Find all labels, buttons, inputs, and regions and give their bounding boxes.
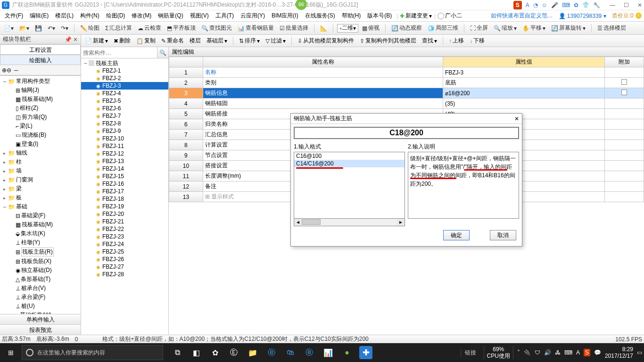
close-button[interactable]: ✕ — [637, 2, 642, 8]
sync-a-icon[interactable]: A — [526, 2, 529, 8]
tree-row[interactable]: ⊥ 承台梁(F) — [0, 293, 81, 302]
menu-rebar[interactable]: 钢筋量(Q) — [155, 12, 186, 20]
tree-row[interactable]: ▸📁 门窗洞 — [0, 175, 81, 184]
tree-row[interactable]: ⌐ 梁(L) — [0, 122, 81, 131]
component-item[interactable]: ◉FBZJ-20 — [81, 210, 168, 218]
pin-icon[interactable]: 📌 — [65, 36, 72, 43]
cloud-check-button[interactable]: ☁ 云检查 — [136, 24, 163, 32]
component-item[interactable]: ◉FBZJ-14 — [81, 165, 168, 173]
toolbar-icon-a[interactable]: 📐 — [318, 25, 329, 32]
tb2-copy-to-button[interactable]: ⇧ 复制构件到其他楼层 — [358, 37, 418, 45]
open-file-icon[interactable]: 📂▾ — [17, 25, 31, 32]
menu-version[interactable]: 版本号(B) — [364, 12, 395, 20]
menu-bim[interactable]: BIM应用(I) — [269, 12, 301, 20]
search-button[interactable]: 🔍 — [157, 47, 168, 58]
tree-row[interactable]: ▦ 筏板基础(M) — [0, 220, 81, 229]
menu-floor[interactable]: 楼层(L) — [52, 12, 76, 20]
tb2-up-button[interactable]: ↑ 上移 — [447, 37, 466, 45]
app-icon-5[interactable]: 📊 — [322, 346, 335, 359]
tree-row[interactable]: ▸📁 梁 — [0, 184, 81, 193]
tree-row[interactable]: ⊞ 筏板负筋(X) — [0, 257, 81, 266]
component-item[interactable]: ◉FBZJ-3 — [81, 82, 168, 90]
format-listbox[interactable]: C16@100C14/C16@200 — [294, 152, 405, 219]
component-item[interactable]: ◉FBZJ-16 — [81, 180, 168, 188]
save-icon[interactable]: 💾 — [33, 25, 44, 32]
tree-row[interactable]: ▣ 壁龛(I) — [0, 140, 81, 148]
ime-icon[interactable]: S — [513, 1, 522, 9]
component-item[interactable]: ◉FBZJ-22 — [81, 225, 168, 233]
store-icon[interactable]: 🛍 — [284, 346, 297, 359]
tree-row[interactable]: ▸📁 轴线 — [0, 148, 81, 157]
shirt-icon[interactable]: 👕 — [582, 2, 589, 8]
tree-row[interactable]: ⊥ 柱墩(Y) — [0, 238, 81, 247]
tree-row[interactable]: ≡ 基础板带(W) — [0, 311, 81, 314]
pan-button[interactable]: ✋ 平移 ▾ — [520, 24, 547, 32]
component-item[interactable]: ◉FBZJ-12 — [81, 150, 168, 157]
app-icon-2[interactable]: ✿ — [208, 346, 222, 359]
tray-msg-icon[interactable]: 💬 — [594, 349, 601, 356]
local-3d-button[interactable]: 🧊 局部三维 — [426, 24, 460, 32]
component-item[interactable]: ◉FBZJ-25 — [81, 248, 168, 255]
tab-report-preview[interactable]: 报表预览 — [0, 324, 81, 335]
component-item[interactable]: ◉FBZJ-6 — [81, 105, 168, 112]
format-list-item[interactable]: C14/C16@200 — [294, 160, 405, 167]
undo-icon[interactable]: ↶▾ — [46, 25, 57, 32]
zoom-button[interactable]: 🔍 缩放 ▾ — [492, 24, 519, 32]
tab-project-settings[interactable]: 工程设置 — [0, 44, 81, 55]
tb2-sort-button[interactable]: ⇅ 排序 ▾ — [237, 37, 262, 45]
tree-row[interactable]: −📁 基础 — [0, 202, 81, 211]
tree-row[interactable]: ⬙ 集水坑(K) — [0, 229, 81, 238]
component-item[interactable]: ◉FBZJ-2 — [81, 74, 168, 82]
tree-row[interactable]: ◫ 剪力墙(Q) — [0, 113, 81, 122]
component-item[interactable]: ◉FBZJ-4 — [81, 90, 168, 97]
sum-button[interactable]: Σ 汇总计算 — [103, 24, 134, 32]
tb2-base-combo[interactable]: 基础层 ▾ — [205, 37, 229, 45]
rotate-screen-button[interactable]: 🔄 屏幕旋转 ▾ — [549, 24, 587, 32]
tb2-delete-button[interactable]: ✖ 删除 — [112, 37, 132, 45]
app-icon-4[interactable]: 📁 — [246, 346, 259, 359]
search-input[interactable] — [81, 47, 157, 58]
property-row[interactable]: 4钢筋锚固(35) — [169, 99, 644, 109]
component-item[interactable]: ◉FBZJ-11 — [81, 142, 168, 150]
tb2-copy-from-button[interactable]: ⇩ 从其他楼层复制构件 — [296, 37, 356, 45]
tree-row[interactable]: −📁 常用构件类型 — [0, 77, 81, 86]
panel-close-icon[interactable]: ✕ — [73, 36, 78, 43]
menu-help[interactable]: 帮助(H) — [339, 12, 364, 20]
component-item[interactable]: ◉FBZJ-27 — [81, 263, 168, 271]
tree-row[interactable]: ⊞ 轴网(J) — [0, 86, 81, 95]
find-element-button[interactable]: 🔍 查找图元 — [199, 24, 234, 32]
top-view-button[interactable]: ▦ 俯视 — [360, 24, 381, 32]
tree-row[interactable]: △ 条形基础(T) — [0, 275, 81, 284]
tree-row[interactable]: ⊥ 桩承台(V) — [0, 284, 81, 293]
tab-single-input[interactable]: 单构件输入 — [0, 314, 81, 324]
maximize-button[interactable]: ☐ — [624, 2, 629, 8]
tree-row[interactable]: ⊞ 筏板主筋(R) — [0, 247, 81, 257]
clock-icon[interactable]: ◔ — [533, 2, 538, 8]
format-list-item[interactable]: C16@100 — [294, 152, 405, 160]
menu-component[interactable]: 构件(N) — [77, 12, 102, 20]
app-icon-6[interactable]: ● — [340, 346, 354, 359]
scroll-thumb[interactable] — [302, 219, 321, 225]
phone-label[interactable]: 👤 13907298339 ▾ — [559, 13, 606, 19]
menu-edit[interactable]: 编辑(E) — [27, 12, 51, 20]
nav-tree[interactable]: −📁 常用构件类型⊞ 轴网(J)▦ 筏板基础(M)▯ 框柱(Z)◫ 剪力墙(Q)… — [0, 75, 81, 314]
new-change-button[interactable]: ✚新建变更▾ — [400, 12, 432, 20]
tray-ime-icon[interactable]: S — [584, 349, 590, 356]
menu-file[interactable]: 文件(F) — [2, 12, 26, 20]
component-item[interactable]: ◉FBZJ-21 — [81, 218, 168, 225]
hint-link[interactable]: 如何快速布置自定义范… — [491, 12, 553, 20]
coin-label[interactable]: 造价豆:0 🪙 — [612, 12, 642, 20]
component-item[interactable]: ◉FBZJ-10 — [81, 135, 168, 142]
tray-net-icon[interactable]: 🖧 — [555, 349, 561, 356]
dialog-close-icon[interactable]: ✕ — [514, 115, 519, 122]
property-row[interactable]: 2类别底筋 — [169, 78, 644, 88]
app-icon-7[interactable]: ✚ — [359, 346, 372, 359]
component-item[interactable]: ◉FBZJ-9 — [81, 127, 168, 135]
select-floor-button[interactable]: ☰ 选择楼层 — [595, 24, 628, 32]
menu-cloud[interactable]: 云应用(Y) — [238, 12, 268, 20]
tree-row[interactable]: ⊥ 桩(U) — [0, 302, 81, 311]
component-item[interactable]: ◉FBZJ-5 — [81, 97, 168, 105]
tb2-new-button[interactable]: 📄 新建 ▾ — [83, 37, 110, 45]
component-item[interactable]: ◉FBZJ-28 — [81, 271, 168, 278]
rebar-value-input[interactable] — [294, 127, 519, 139]
